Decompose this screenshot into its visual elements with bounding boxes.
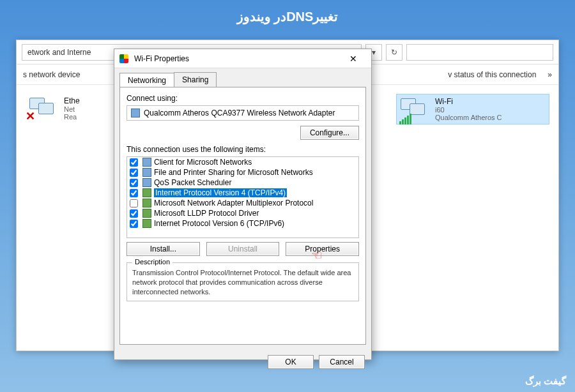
protocol-checkbox[interactable]: [130, 169, 138, 177]
protocol-label: QoS Packet Scheduler: [154, 178, 231, 187]
description-group: Description Transmission Control Protoco…: [126, 262, 359, 301]
protocol-icon: [142, 199, 151, 207]
toolbar-label-left: s network device: [23, 70, 80, 79]
uninstall-button: Uninstall: [206, 242, 280, 256]
nic-icon: [131, 109, 140, 117]
items-label: This connection uses the following items…: [126, 145, 359, 154]
protocol-item[interactable]: QoS Packet Scheduler: [127, 177, 359, 188]
disconnected-icon: ✕: [26, 109, 35, 123]
description-text: Transmission Control Protocol/Internet P…: [132, 268, 353, 297]
dialog-title: Wi-Fi Properties: [134, 54, 189, 63]
refresh-button[interactable]: ↻: [386, 44, 402, 61]
protocol-checkbox[interactable]: [130, 179, 138, 187]
protocol-item[interactable]: Client for Microsoft Networks: [127, 157, 359, 167]
adapter-name: Ethe: [64, 96, 80, 105]
protocol-label: Internet Protocol Version 6 (TCP/IPv6): [154, 219, 284, 228]
adapter-sub2: Qualcomm Atheros C: [435, 114, 502, 121]
adapter-text: Qualcomm Atheros QCA9377 Wireless Networ…: [144, 109, 335, 117]
protocol-icon: [142, 178, 151, 187]
protocol-item[interactable]: Internet Protocol Version 6 (TCP/IPv6): [127, 218, 359, 229]
footer-brand: گیفت برگ: [525, 375, 566, 387]
tabs: Networking Sharing: [119, 72, 366, 87]
protocol-label: Internet Protocol Version 4 (TCP/IPv4): [154, 188, 287, 197]
protocol-label: Client for Microsoft Networks: [154, 158, 252, 167]
wifi-icon: [399, 97, 429, 121]
connect-using-label: Connect using:: [126, 94, 359, 103]
adapter-name: Wi-Fi: [435, 97, 502, 106]
protocol-icon: [142, 158, 151, 167]
protocol-checkbox[interactable]: [130, 209, 138, 218]
close-button[interactable]: ✕: [341, 54, 366, 64]
protocol-checkbox[interactable]: [130, 158, 138, 167]
tab-sharing[interactable]: Sharing: [174, 72, 217, 87]
cancel-button[interactable]: Cancel: [319, 355, 365, 369]
tab-networking[interactable]: Networking: [119, 73, 174, 87]
ok-button[interactable]: OK: [268, 355, 314, 369]
configure-button[interactable]: Configure...: [300, 126, 359, 140]
adapter-wifi[interactable]: Wi-Fi i60 Qualcomm Atheros C: [396, 94, 549, 124]
protocol-icon: [142, 168, 151, 177]
ethernet-icon: ✕: [28, 96, 57, 121]
search-input[interactable]: [406, 44, 553, 61]
protocol-list[interactable]: Client for Microsoft NetworksFile and Pr…: [126, 156, 359, 238]
protocol-item[interactable]: File and Printer Sharing for Microsoft N…: [127, 167, 359, 177]
wifi-properties-dialog: Wi-Fi Properties ✕ Networking Sharing Co…: [114, 49, 372, 360]
tab-panel-networking: Connect using: Qualcomm Atheros QCA9377 …: [119, 87, 366, 345]
adapter-sub1: i60: [435, 106, 502, 114]
toolbar-status: v status of this connection: [448, 70, 536, 79]
signal-bars-icon: [399, 114, 411, 124]
adapter-sub2: Rea: [64, 113, 80, 121]
protocol-icon: [142, 188, 151, 197]
toolbar-more[interactable]: »: [548, 70, 552, 79]
protocol-icon: [142, 209, 151, 218]
protocol-checkbox[interactable]: [130, 189, 138, 197]
protocol-item[interactable]: Internet Protocol Version 4 (TCP/IPv4): [127, 188, 359, 198]
protocol-label: Microsoft Network Adapter Multiplexor Pr…: [154, 199, 313, 207]
page-title: تغییرDNSدر ویندوز: [0, 0, 575, 31]
properties-button[interactable]: Properties: [286, 242, 359, 256]
install-button[interactable]: Install...: [126, 242, 200, 256]
protocol-label: Microsoft LLDP Protocol Driver: [154, 209, 259, 218]
protocol-item[interactable]: Microsoft Network Adapter Multiplexor Pr…: [127, 198, 359, 208]
shield-icon: [119, 54, 128, 63]
protocol-item[interactable]: Microsoft LLDP Protocol Driver: [127, 208, 359, 218]
protocol-checkbox[interactable]: [130, 199, 138, 207]
protocol-checkbox[interactable]: [130, 220, 138, 228]
protocol-icon: [142, 219, 151, 228]
adapter-sub1: Net: [64, 105, 80, 113]
protocol-label: File and Printer Sharing for Microsoft N…: [154, 168, 313, 177]
adapter-field: Qualcomm Atheros QCA9377 Wireless Networ…: [126, 105, 359, 121]
description-legend: Description: [132, 258, 172, 266]
